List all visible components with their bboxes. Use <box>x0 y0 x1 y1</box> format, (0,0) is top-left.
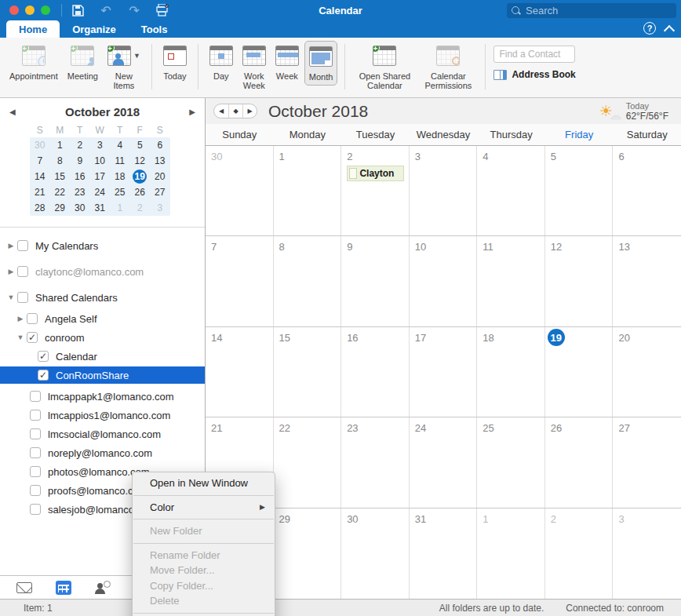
calendar-day-cell[interactable]: 3 <box>410 146 478 235</box>
calendar-day-cell[interactable]: 30 <box>341 508 410 599</box>
calendar-day-cell[interactable]: 26 <box>545 417 614 507</box>
mini-calendar-day[interactable]: 30 <box>70 200 90 216</box>
new-items-button[interactable]: + ▼ New Items <box>104 41 144 93</box>
people-module-icon[interactable] <box>93 579 111 596</box>
folder-checkbox[interactable] <box>30 391 41 402</box>
folder-checkbox[interactable] <box>30 410 41 421</box>
calendar-day-cell[interactable]: 13 <box>613 236 681 326</box>
mini-calendar-day[interactable]: 12 <box>130 153 151 169</box>
print-icon[interactable] <box>155 3 170 17</box>
calendar-day-cell[interactable]: 7 <box>206 236 274 326</box>
calendar-day-cell[interactable]: 20 <box>613 327 681 417</box>
tab-organize[interactable]: Organize <box>60 20 129 38</box>
redo-icon[interactable]: ↷ <box>126 3 142 17</box>
folder-checkbox[interactable] <box>17 292 28 303</box>
sidebar-folder-lmcappios1-lomanco-com[interactable]: lmcappios1@lomanco.com <box>0 406 205 424</box>
mini-calendar-day[interactable]: 29 <box>50 200 71 216</box>
sidebar-folder-lmcsocial-lomanco-com[interactable]: lmcsocial@lomanco.com <box>0 425 205 443</box>
mini-calendar-day[interactable]: 19 <box>130 169 151 184</box>
calendar-day-cell[interactable]: 3 <box>613 508 681 599</box>
calendar-day-cell[interactable]: 4 <box>477 146 545 235</box>
calendar-day-cell[interactable]: 16 <box>341 327 410 417</box>
next-month-icon[interactable]: ▶ <box>242 104 257 118</box>
find-contact-input[interactable] <box>493 46 575 63</box>
mini-calendar-day[interactable]: 25 <box>110 184 130 200</box>
mini-calendar-day[interactable]: 2 <box>130 200 151 216</box>
mini-calendar-day[interactable]: 4 <box>110 137 130 153</box>
mini-calendar-day[interactable]: 11 <box>110 153 130 169</box>
help-icon[interactable]: ? <box>643 22 656 35</box>
mini-calendar-day[interactable]: 14 <box>30 169 50 184</box>
calendar-day-cell[interactable]: 17 <box>410 327 478 417</box>
search-input[interactable] <box>526 5 672 16</box>
mini-calendar-day[interactable]: 10 <box>90 153 111 169</box>
folder-checkbox[interactable] <box>27 332 38 343</box>
meeting-button[interactable]: + Meeting <box>64 41 102 84</box>
calendar-day-cell[interactable]: 25 <box>477 417 545 507</box>
tab-home[interactable]: Home <box>6 20 60 38</box>
mini-calendar-day[interactable]: 21 <box>30 184 50 200</box>
calendar-day-cell[interactable]: 5 <box>545 146 614 235</box>
calendar-day-cell[interactable]: 23 <box>341 417 410 507</box>
calendar-day-cell[interactable]: 6 <box>613 146 681 235</box>
mini-calendar-day[interactable]: 15 <box>50 169 71 184</box>
mini-calendar-day[interactable]: 1 <box>50 137 71 153</box>
folder-checkbox[interactable] <box>17 240 28 251</box>
mail-module-icon[interactable] <box>15 579 34 596</box>
folder-checkbox[interactable] <box>38 351 49 362</box>
calendar-day-cell[interactable]: 9 <box>341 236 410 326</box>
calendar-day-cell[interactable]: 11 <box>477 236 545 326</box>
mini-calendar-day[interactable]: 20 <box>150 169 170 184</box>
mini-calendar-day[interactable]: 1 <box>110 200 130 216</box>
mini-calendar-day[interactable]: 30 <box>30 137 50 153</box>
mini-calendar-prev-icon[interactable]: ◀ <box>9 108 20 116</box>
disclosure-down-icon[interactable]: ▼ <box>6 293 16 301</box>
mini-calendar-day[interactable]: 22 <box>50 184 71 200</box>
week-view-button[interactable]: Week <box>271 41 303 84</box>
mini-calendar-day[interactable]: 3 <box>150 200 170 216</box>
calendar-day-cell[interactable]: 24 <box>410 417 478 507</box>
appointment-button[interactable]: + Appointment <box>5 41 62 84</box>
undo-icon[interactable]: ↶ <box>98 3 114 17</box>
mini-calendar-day[interactable]: 13 <box>150 153 170 169</box>
calendar-day-cell[interactable]: 10 <box>410 236 478 326</box>
collapse-ribbon-icon[interactable] <box>665 24 673 32</box>
mini-calendar-day[interactable]: 7 <box>30 153 50 169</box>
mini-calendar-day[interactable]: 17 <box>90 169 111 184</box>
calendar-day-cell[interactable]: 2 <box>545 508 614 599</box>
calendar-day-cell[interactable]: 14 <box>206 327 274 417</box>
day-view-button[interactable]: Day <box>206 41 237 84</box>
mini-calendar-day[interactable]: 28 <box>30 200 50 216</box>
folder-checkbox[interactable] <box>30 504 41 515</box>
mini-calendar-day[interactable]: 18 <box>110 169 130 184</box>
calendar-day-cell[interactable]: 22 <box>274 417 342 507</box>
calendar-day-cell[interactable]: 12 <box>545 236 614 326</box>
work-week-view-button[interactable]: Work Week <box>239 41 270 93</box>
folder-checkbox[interactable] <box>30 485 41 496</box>
mini-calendar-day[interactable]: 3 <box>90 137 111 153</box>
folder-checkbox[interactable] <box>30 466 41 477</box>
today-button[interactable]: Today <box>159 41 191 84</box>
address-book-button[interactable]: Address Book <box>493 69 575 80</box>
sidebar-folder-conroom[interactable]: ▼conroom <box>0 329 205 346</box>
mini-calendar-day[interactable]: 31 <box>90 200 111 216</box>
close-window-button[interactable] <box>9 5 19 15</box>
mini-calendar-day[interactable]: 5 <box>130 137 151 153</box>
folder-checkbox[interactable] <box>30 447 41 458</box>
month-view-button[interactable]: Month <box>304 41 338 86</box>
sidebar-folder-angela-self[interactable]: ▶Angela Self <box>0 310 205 327</box>
zoom-window-button[interactable] <box>41 5 50 15</box>
sidebar-folder-my-calendars[interactable]: ▶My Calendars <box>0 237 205 254</box>
sidebar-folder-shared-calendars[interactable]: ▼Shared Calendars <box>0 289 205 306</box>
calendar-module-icon[interactable] <box>54 579 73 596</box>
menu-item-color[interactable]: Color▶ <box>133 500 275 516</box>
sidebar-folder-calendar[interactable]: Calendar <box>0 348 205 365</box>
mini-calendar-next-icon[interactable]: ▶ <box>184 108 195 116</box>
mini-calendar-day[interactable]: 26 <box>130 184 151 200</box>
open-shared-calendar-button[interactable]: + Open Shared Calendar <box>352 41 417 93</box>
calendar-day-cell[interactable]: 19 <box>545 327 614 417</box>
sidebar-folder-claytonc-lomanco-com[interactable]: ▶claytonc@lomanco.com <box>0 263 205 280</box>
prev-month-icon[interactable]: ◀ <box>214 104 228 118</box>
folder-checkbox[interactable] <box>38 370 49 381</box>
disclosure-down-icon[interactable]: ▼ <box>16 334 25 341</box>
